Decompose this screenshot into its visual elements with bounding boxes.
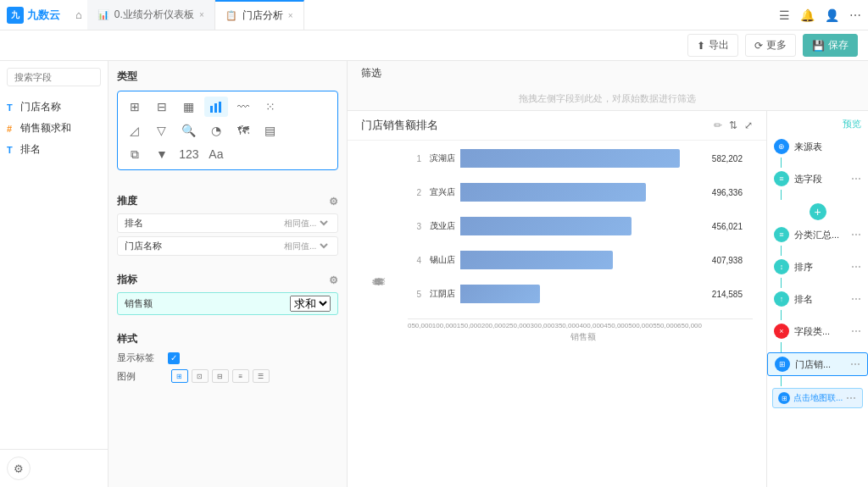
field-sales-sum[interactable]: # 销售额求和 [0, 118, 108, 139]
search-input[interactable] [7, 68, 101, 86]
store-chart-more[interactable]: ⋯ [850, 358, 860, 370]
chart-pivot-icon[interactable]: ⊟ [150, 97, 174, 117]
settings-button[interactable]: ⚙ [7, 457, 31, 480]
chart-pie-icon[interactable]: ◔ [204, 120, 228, 141]
chart-funnel-icon[interactable]: ▽ [150, 120, 174, 141]
refresh-icon: ⟳ [754, 40, 763, 52]
pipeline-node-sort[interactable]: ↕ 排序 ⋯ [767, 256, 868, 278]
more-button[interactable]: ⟳ 更多 [745, 34, 796, 57]
chart-filter-icon[interactable]: ⧉ [123, 144, 147, 164]
show-label-text: 显示标签 [117, 351, 168, 364]
metrics-config-icon[interactable]: ⚙ [329, 274, 338, 286]
field-type-rank-icon: T [7, 145, 15, 155]
source-icon: ⊕ [774, 139, 789, 154]
legend-opt-1[interactable]: ⊞ [171, 369, 188, 383]
chart-row-2: ◿ ▽ 🔍 ◔ 🗺 ▤ [123, 120, 332, 141]
pipeline-node-source[interactable]: ⊕ 来源表 [767, 136, 868, 158]
pipeline-node-select[interactable]: ≡ 选字段 ⋯ [767, 168, 868, 190]
chart-area-icon[interactable]: ◿ [123, 120, 147, 141]
chart-table-icon[interactable]: ⊞ [123, 97, 147, 117]
pipeline-node-store-chart[interactable]: ⊞ 门店销... ⋯ [767, 352, 868, 376]
map-chart-icon: ⊞ [778, 392, 790, 404]
metric-agg-select[interactable]: 求和 [290, 296, 331, 312]
chart-scatter-icon[interactable]: ⁙ [259, 97, 282, 117]
bar-label-2: 宜兴店 [425, 186, 455, 198]
dimensions-title: 推度 ⚙ [117, 194, 338, 208]
legend-opt-5[interactable]: ☰ [253, 369, 270, 383]
store-chart-icon: ⊞ [775, 357, 790, 372]
logo-text: 九数云 [27, 8, 60, 23]
chart-map-icon[interactable]: 🗺 [231, 120, 255, 141]
bar-index-5: 5 [408, 290, 421, 299]
pipeline-header: 预览 [767, 118, 868, 136]
menu-icon[interactable]: ☰ [779, 8, 790, 22]
field-rank-label: 排名 [20, 142, 41, 157]
bar-container-3: 456,021 [460, 217, 702, 235]
svg-rect-1 [214, 103, 217, 113]
dim-rank-item[interactable]: 排名 相同值... [117, 213, 338, 233]
rank-label: 排名 [794, 293, 846, 306]
chart-number-icon[interactable]: 123 [177, 144, 201, 164]
filter-title: 筛选 [361, 66, 854, 80]
chart-edit-icon[interactable]: ✏ [714, 119, 722, 131]
connector-6 [781, 342, 782, 352]
chart-bar-icon[interactable]: ▦ [177, 97, 201, 117]
chart-funnel2-icon[interactable]: ▼ [150, 144, 174, 164]
dimensions-config-icon[interactable]: ⚙ [329, 196, 338, 208]
tab-store-close[interactable]: × [288, 11, 293, 20]
dim-rank-select[interactable]: 相同值... [281, 218, 331, 229]
bar-row-3: 3 茂业店 456,021 [408, 217, 702, 235]
bar-container-2: 496,336 [460, 183, 702, 202]
sort-more[interactable]: ⋯ [851, 261, 861, 273]
dim-store-select[interactable]: 相同值... [281, 241, 331, 252]
x-tick-9: 450,000 [604, 322, 628, 329]
bar-container-4: 407,938 [460, 251, 702, 269]
field-type-text-icon: T [7, 102, 15, 113]
metric-sales-item[interactable]: 销售额 求和 [117, 292, 338, 315]
chart-text-icon[interactable]: Aa [204, 144, 228, 164]
chart-treemap-icon[interactable]: ▤ [259, 120, 282, 141]
legend-opt-4[interactable]: ≡ [232, 369, 249, 383]
x-tick-6: 300,000 [531, 322, 555, 329]
notification-icon[interactable]: 🔔 [800, 8, 815, 22]
bar-chart: 各地门店销售额 1 滨湖店 582,202 [361, 149, 753, 479]
style-section: 样式 显示标签 ✓ 图例 ⊞ ⊡ ⊟ ≡ ☰ [108, 325, 347, 395]
save-button[interactable]: 💾 保存 [803, 34, 858, 57]
map-chart-more[interactable]: ⋯ [846, 392, 856, 404]
toolbar: ⬆ 导出 ⟳ 更多 💾 保存 [0, 30, 868, 61]
chart-expand-icon[interactable]: ⤢ [744, 119, 753, 131]
rank-more[interactable]: ⋯ [851, 293, 861, 305]
legend-opt-3[interactable]: ⊟ [212, 369, 229, 383]
tab-dashboard[interactable]: 📊 0.业绩分析仪表板 × [87, 0, 215, 30]
pipeline-node-map[interactable]: ⊞ 点击地图联... ⋯ [772, 388, 863, 408]
export-button[interactable]: ⬆ 导出 [687, 34, 738, 57]
chart-filter-icon[interactable]: ⇅ [729, 119, 737, 131]
filter-area: 筛选 拖拽左侧字段到此处，对原始数据进行筛选 [348, 61, 868, 111]
more-icon[interactable]: ⋯ [849, 8, 861, 22]
add-node-button[interactable]: + [810, 203, 826, 220]
select-more[interactable]: ⋯ [851, 173, 861, 185]
show-label-checkbox[interactable]: ✓ [168, 352, 180, 364]
tab-store[interactable]: 📋 门店分析 × [215, 0, 304, 30]
field-type-more[interactable]: ⋯ [851, 325, 861, 337]
x-axis: 0 50,000 100,000 150,000 200,000 250,000… [408, 318, 753, 329]
user-icon[interactable]: 👤 [825, 8, 839, 22]
chart-column-icon[interactable] [204, 97, 228, 117]
tab-dashboard-close[interactable]: × [199, 10, 204, 19]
chart-row-1: ⊞ ⊟ ▦ 〰 ⁙ [123, 97, 332, 117]
field-store-name[interactable]: T 门店名称 [0, 97, 108, 118]
group-more[interactable]: ⋯ [851, 229, 861, 241]
x-tick-3: 150,000 [457, 322, 481, 329]
chart-search-icon[interactable]: 🔍 [177, 120, 201, 141]
header-actions: ☰ 🔔 👤 ⋯ [779, 8, 861, 22]
preview-button[interactable]: 预览 [843, 118, 861, 130]
chart-line-icon[interactable]: 〰 [231, 97, 255, 117]
pipeline-node-field-type[interactable]: × 字段类... ⋯ [767, 320, 868, 342]
legend-opt-2[interactable]: ⊡ [192, 369, 209, 383]
dim-store-item[interactable]: 门店名称 相同值... [117, 236, 338, 256]
pipeline-node-rank[interactable]: ↑ 排名 ⋯ [767, 288, 868, 310]
field-type-hash-icon: # [7, 124, 15, 134]
field-rank[interactable]: T 排名 [0, 139, 108, 160]
home-icon[interactable]: ⌂ [75, 8, 82, 21]
pipeline-node-group[interactable]: ≡ 分类汇总... ⋯ [767, 224, 868, 246]
